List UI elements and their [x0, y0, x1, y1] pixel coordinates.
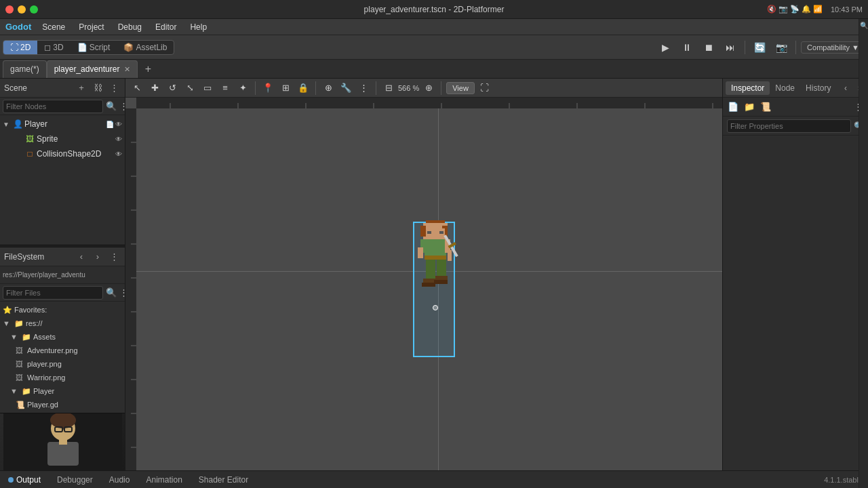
scene-filter-input[interactable] — [3, 100, 103, 113]
tab-inspector[interactable]: Inspector — [726, 81, 770, 95]
player-script-icon: 📄 — [106, 121, 114, 128]
filter-properties-input[interactable] — [727, 119, 851, 133]
tree-item-collision[interactable]: ▶ □ CollisionShape2D 👁 — [0, 146, 125, 161]
tree-item-sprite[interactable]: ▶ 🖼 Sprite 👁 — [0, 131, 125, 146]
menu-scene[interactable]: Scene — [37, 21, 71, 33]
viewport: ↖ ✚ ↺ ⤡ ▭ ≡ ✦ 📍 ⊞ 🔒 ⊕ 🔧 ⋮ ⊟ 566 % ⊕ View… — [125, 79, 722, 470]
tab-player[interactable]: player_adventurer ✕ — [47, 60, 138, 78]
inspector-object-icon[interactable]: 📄 — [726, 100, 741, 115]
view-button[interactable]: View — [446, 82, 475, 94]
inspector-folder-icon[interactable]: 📁 — [742, 100, 757, 115]
script-button[interactable]: 📄 Script — [71, 41, 117, 54]
vp-scale-tool[interactable]: ⤡ — [182, 81, 197, 96]
inspector-script-icon[interactable]: 📜 — [758, 100, 773, 115]
scene-more-button[interactable]: ⋮ — [107, 81, 121, 95]
vp-list-tool[interactable]: ≡ — [218, 81, 233, 96]
vp-local-button[interactable]: 🔧 — [338, 81, 353, 96]
tree-arrow-player: ▼ — [3, 121, 11, 128]
script-icon: 📄 — [77, 43, 87, 52]
sprite-visibility-icon[interactable]: 👁 — [115, 136, 122, 143]
player-visibility-icon[interactable]: 👁 — [115, 121, 122, 128]
tab-audio[interactable]: Audio — [106, 474, 133, 486]
vp-grid-button[interactable]: ⊞ — [278, 81, 293, 96]
fs-png-icon-adventurer: 🖼 — [16, 346, 25, 354]
menu-debug[interactable]: Debug — [113, 21, 147, 33]
scene-filter-search-icon[interactable]: 🔍 — [106, 100, 117, 113]
fs-nav-back[interactable]: ‹ — [75, 250, 88, 264]
vp-rotate-tool[interactable]: ↺ — [165, 81, 180, 96]
inspector-back-button[interactable]: ‹ — [840, 82, 852, 94]
tab-animation[interactable]: Animation — [143, 474, 184, 486]
fs-warrior-png[interactable]: 🖼 Warrior.png — [0, 371, 125, 384]
vp-move-tool[interactable]: ✚ — [147, 81, 162, 96]
tab-debugger[interactable]: Debugger — [54, 474, 96, 486]
camera-button[interactable]: 📷 — [772, 38, 791, 57]
video-preview — [0, 413, 125, 470]
tab-add-button[interactable]: + — [140, 62, 155, 77]
step-button[interactable]: ⏭ — [721, 38, 740, 57]
tab-history[interactable]: History — [800, 81, 836, 95]
fs-filter-search-icon[interactable]: 🔍 — [106, 286, 117, 300]
scene-filter-bar: 🔍 ⋮ — [0, 98, 125, 115]
menu-project[interactable]: Project — [73, 21, 109, 33]
viewport-canvas[interactable] — [125, 98, 722, 470]
tab-bar: game(*) player_adventurer ✕ + — [0, 60, 868, 79]
mode-3d-button[interactable]: ◻ 3D — [37, 41, 70, 54]
character-sprite — [412, 220, 460, 356]
menu-editor[interactable]: Editor — [150, 21, 182, 33]
tab-output[interactable]: Output — [5, 474, 43, 486]
scene-add-button[interactable]: + — [75, 81, 88, 95]
tab-game[interactable]: game(*) — [3, 60, 47, 78]
scene-instance-button[interactable]: ⛓ — [91, 81, 104, 95]
fs-player-png[interactable]: 🖼 player.png — [0, 357, 125, 371]
vp-pivot-button[interactable]: ⊕ — [321, 81, 336, 96]
mode-2d-button[interactable]: ⛶ 2D — [3, 41, 37, 54]
assetlib-button[interactable]: 📦 AssetLib — [117, 41, 174, 54]
collision-visibility-icon[interactable]: 👁 — [115, 150, 122, 158]
menu-help[interactable]: Help — [184, 21, 212, 33]
vp-bone-tool[interactable]: ✦ — [235, 81, 250, 96]
vp-rect-tool[interactable]: ▭ — [200, 81, 215, 96]
tab-close-icon[interactable]: ✕ — [124, 65, 130, 74]
minimize-button[interactable] — [18, 5, 26, 14]
fs-player-folder[interactable]: ▼ 📁 Player — [0, 384, 125, 398]
menu-bar: Godot Scene Project Debug Editor Help — [0, 19, 868, 35]
tab-node[interactable]: Node — [770, 81, 800, 95]
side-icon-1[interactable]: 🔍 — [860, 22, 868, 29]
vp-zoom-reset[interactable]: ⊕ — [421, 81, 436, 96]
fs-player-gd[interactable]: 📜 Player.gd — [0, 398, 125, 411]
fs-label-warrior: Warrior.png — [27, 373, 65, 382]
fs-more-button[interactable]: ⋮ — [107, 250, 121, 264]
stop-button[interactable]: ⏹ — [699, 38, 718, 57]
fs-label-player-gd: Player.gd — [27, 401, 58, 409]
favorites-label: Favorites: — [14, 306, 47, 314]
vp-lock-button[interactable]: 🔒 — [296, 81, 311, 96]
sync-button[interactable]: 🔄 — [750, 38, 769, 57]
fs-adventurer-png[interactable]: 🖼 Adventurer.png — [0, 344, 125, 357]
fs-player-expand-icon: ▼ — [10, 387, 20, 395]
tab-shader-editor[interactable]: Shader Editor — [196, 474, 251, 486]
tree-item-player[interactable]: ▼ 👤 Player 📄 👁 — [0, 117, 125, 131]
vp-fullscreen-button[interactable]: ⛶ — [477, 81, 492, 96]
vp-more-button[interactable]: ⋮ — [356, 81, 371, 96]
fs-assets-folder[interactable]: ▼ 📁 Assets — [0, 330, 125, 344]
fs-filter-input[interactable] — [3, 286, 103, 300]
canvas-area[interactable] — [136, 108, 722, 470]
close-button[interactable] — [5, 5, 14, 14]
fs-res-root[interactable]: ▼ 📁 res:// — [0, 317, 125, 330]
vp-snap-button[interactable]: 📍 — [260, 81, 275, 96]
right-panel-tabs: Inspector Node History ‹ › — [723, 79, 868, 98]
vp-zoom-fit[interactable]: ⊟ — [381, 81, 396, 96]
viewport-toolbar: ↖ ✚ ↺ ⤡ ▭ ≡ ✦ 📍 ⊞ 🔒 ⊕ 🔧 ⋮ ⊟ 566 % ⊕ View… — [125, 79, 722, 98]
maximize-button[interactable] — [30, 5, 38, 14]
compatibility-badge[interactable]: Compatibility ▼ — [801, 41, 865, 54]
title-bar: player_adventurer.tscn - 2D-Platformer 🔇… — [0, 0, 868, 19]
play-button[interactable]: ▶ — [656, 38, 675, 57]
fs-assets-expand-icon: ▼ — [10, 333, 20, 341]
fs-folder-icon: 📁 — [14, 319, 24, 328]
pause-button[interactable]: ⏸ — [677, 38, 696, 57]
vp-select-tool[interactable]: ↖ — [130, 81, 144, 96]
godot-logo: Godot — [5, 22, 31, 32]
svg-rect-34 — [427, 231, 431, 234]
fs-nav-forward[interactable]: › — [91, 250, 104, 264]
